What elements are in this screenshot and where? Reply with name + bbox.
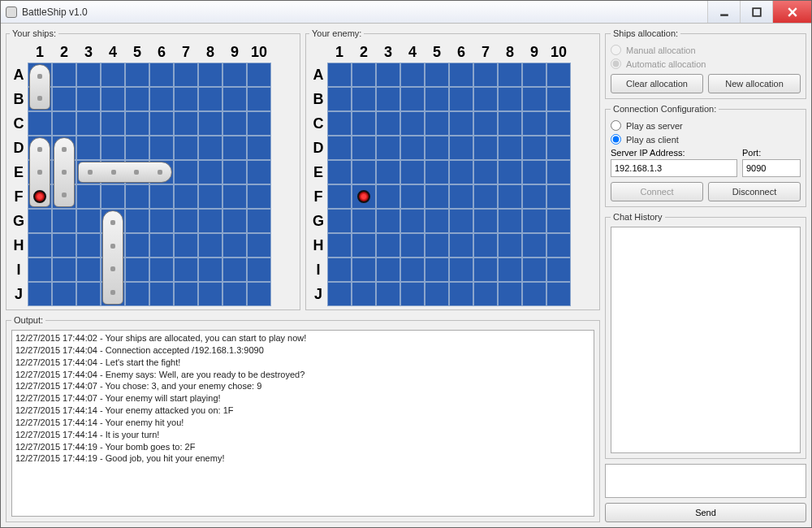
grid-cell[interactable]	[473, 258, 498, 282]
grid-cell[interactable]	[28, 258, 52, 282]
clear-allocation-button[interactable]: Clear allocation	[611, 74, 703, 93]
grid-cell[interactable]	[546, 184, 571, 209]
grid-cell[interactable]	[400, 63, 425, 87]
grid-cell[interactable]	[546, 111, 571, 136]
grid-cell[interactable]	[376, 184, 400, 209]
grid-cell[interactable]	[425, 233, 449, 258]
grid-cell[interactable]	[546, 136, 571, 160]
grid-cell[interactable]	[125, 136, 149, 160]
grid-cell[interactable]	[222, 282, 247, 306]
grid-cell[interactable]	[352, 111, 376, 136]
grid-cell[interactable]	[498, 63, 522, 87]
grid-cell[interactable]	[400, 160, 425, 184]
grid-cell[interactable]	[425, 136, 449, 160]
grid-cell[interactable]	[522, 209, 546, 233]
grid-cell[interactable]	[400, 209, 425, 233]
grid-cell[interactable]	[376, 282, 400, 306]
play-client-input[interactable]	[611, 134, 621, 145]
grid-cell[interactable]	[125, 111, 149, 136]
grid-cell[interactable]	[327, 282, 352, 306]
grid-cell[interactable]	[425, 111, 449, 136]
grid-cell[interactable]	[425, 258, 449, 282]
grid-cell[interactable]	[522, 233, 546, 258]
grid-cell[interactable]	[449, 87, 473, 111]
grid-cell[interactable]	[198, 209, 222, 233]
grid-cell[interactable]	[473, 63, 498, 87]
grid-cell[interactable]	[522, 282, 546, 306]
grid-cell[interactable]	[125, 282, 149, 306]
grid-cell[interactable]	[101, 111, 125, 136]
grid-cell[interactable]	[198, 111, 222, 136]
grid-cell[interactable]	[222, 111, 247, 136]
grid-cell[interactable]	[174, 258, 198, 282]
grid-cell[interactable]	[522, 160, 546, 184]
grid-cell[interactable]	[522, 111, 546, 136]
grid-cell[interactable]	[149, 233, 174, 258]
grid-cell[interactable]	[149, 184, 174, 209]
grid-cell[interactable]	[198, 184, 222, 209]
grid-cell[interactable]	[28, 111, 52, 136]
grid-cell[interactable]	[546, 209, 571, 233]
send-button[interactable]: Send	[605, 503, 806, 522]
grid-cell[interactable]	[449, 160, 473, 184]
grid-cell[interactable]	[247, 233, 271, 258]
grid-cell[interactable]	[473, 282, 498, 306]
grid-cell[interactable]	[52, 209, 76, 233]
grid-cell[interactable]	[352, 258, 376, 282]
grid-cell[interactable]	[498, 233, 522, 258]
play-client-radio[interactable]: Play as client	[611, 134, 801, 145]
grid-cell[interactable]	[101, 136, 125, 160]
grid-cell[interactable]	[222, 184, 247, 209]
grid-cell[interactable]	[149, 282, 174, 306]
grid-cell[interactable]	[352, 233, 376, 258]
grid-cell[interactable]	[473, 209, 498, 233]
grid-cell[interactable]	[546, 282, 571, 306]
grid-cell[interactable]	[174, 160, 198, 184]
grid-cell[interactable]	[222, 233, 247, 258]
grid-cell[interactable]	[149, 136, 174, 160]
grid-cell[interactable]	[222, 136, 247, 160]
grid-cell[interactable]	[101, 87, 125, 111]
grid-cell[interactable]	[247, 184, 271, 209]
grid-cell[interactable]	[52, 282, 76, 306]
grid-cell[interactable]	[222, 160, 247, 184]
grid-cell[interactable]	[28, 209, 52, 233]
grid-cell[interactable]	[198, 63, 222, 87]
grid-cell[interactable]	[28, 282, 52, 306]
grid-cell[interactable]	[449, 136, 473, 160]
grid-cell[interactable]	[376, 63, 400, 87]
grid-cell[interactable]	[498, 136, 522, 160]
grid-cell[interactable]	[352, 209, 376, 233]
grid-cell[interactable]	[473, 136, 498, 160]
grid-cell[interactable]	[76, 111, 101, 136]
grid-cell[interactable]	[498, 209, 522, 233]
grid-cell[interactable]	[376, 111, 400, 136]
grid-cell[interactable]	[327, 184, 352, 209]
grid-cell[interactable]	[352, 87, 376, 111]
grid-cell[interactable]	[425, 209, 449, 233]
grid-cell[interactable]	[352, 63, 376, 87]
grid-cell[interactable]	[174, 209, 198, 233]
grid-cell[interactable]	[174, 184, 198, 209]
grid-cell[interactable]	[449, 233, 473, 258]
grid-cell[interactable]	[327, 136, 352, 160]
grid-cell[interactable]	[52, 258, 76, 282]
grid-cell[interactable]	[222, 258, 247, 282]
grid-cell[interactable]	[76, 184, 101, 209]
grid-cell[interactable]	[222, 87, 247, 111]
your-ships-grid[interactable]: 12345678910ABCDEFGHIJ	[10, 41, 296, 306]
grid-cell[interactable]	[327, 160, 352, 184]
grid-cell[interactable]	[400, 258, 425, 282]
grid-cell[interactable]	[473, 87, 498, 111]
grid-cell[interactable]	[400, 87, 425, 111]
grid-cell[interactable]	[522, 258, 546, 282]
grid-cell[interactable]	[174, 233, 198, 258]
grid-cell[interactable]	[76, 282, 101, 306]
grid-cell[interactable]	[400, 233, 425, 258]
grid-cell[interactable]	[522, 87, 546, 111]
grid-cell[interactable]	[101, 63, 125, 87]
play-server-radio[interactable]: Play as server	[611, 120, 801, 131]
grid-cell[interactable]	[327, 111, 352, 136]
grid-cell[interactable]	[400, 184, 425, 209]
grid-cell[interactable]	[376, 160, 400, 184]
